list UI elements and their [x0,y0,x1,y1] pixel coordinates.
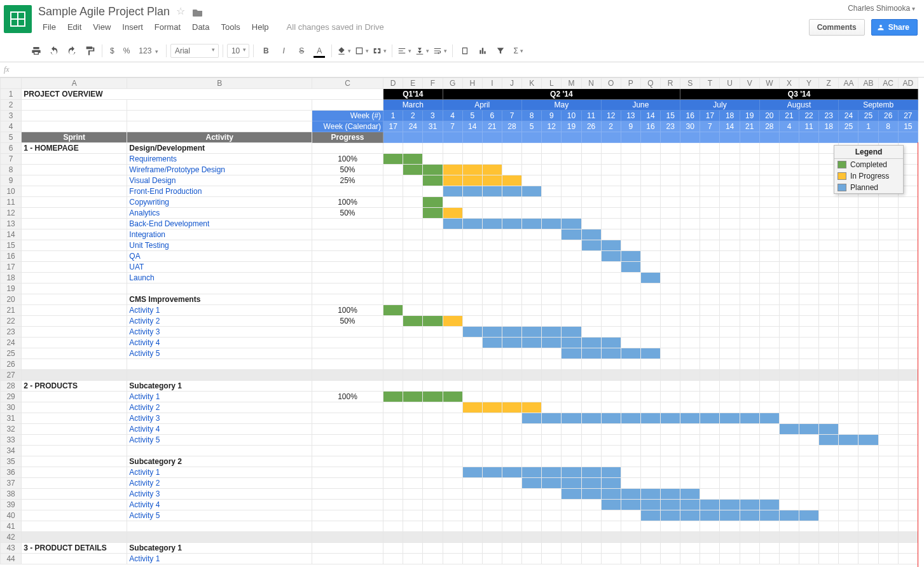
format-currency[interactable]: $ [106,46,118,55]
col-header[interactable]: F [423,78,443,89]
menu-help[interactable]: Help [247,21,273,33]
doc-title[interactable]: Sample Agile Project Plan [38,5,170,18]
col-header[interactable]: V [740,78,759,89]
row-header[interactable]: 16 [1,251,22,262]
row-header[interactable]: 26 [1,359,22,370]
menu-file[interactable]: File [38,21,60,33]
col-header[interactable]: AC [878,78,898,89]
v-align-icon[interactable] [414,43,431,59]
row-header[interactable]: 1 [1,89,22,100]
col-header[interactable]: X [779,78,799,89]
row-header[interactable]: 9 [1,175,22,186]
paint-format-icon[interactable] [81,43,98,59]
activity-cell[interactable]: QA [127,251,312,262]
row-header[interactable]: 29 [1,392,22,402]
font-family-select[interactable]: Arial [170,44,219,58]
col-header[interactable]: G [443,78,462,89]
row-header[interactable]: 36 [1,467,22,478]
row-header[interactable]: 18 [1,273,22,284]
activity-cell[interactable]: Activity 2 [127,316,312,327]
row-header[interactable]: 43 [1,543,22,554]
row-header[interactable]: 33 [1,435,22,446]
row-header[interactable]: 13 [1,219,22,229]
share-button[interactable]: Share [871,19,918,36]
row-header[interactable]: 11 [1,197,22,208]
functions-icon[interactable]: Σ [510,43,527,59]
col-header[interactable]: W [759,78,779,89]
activity-cell[interactable]: Analytics [127,208,312,219]
redo-icon[interactable] [64,43,80,59]
borders-icon[interactable] [354,43,370,59]
user-menu[interactable]: Charles Shimooka [848,4,918,13]
menu-format[interactable]: Format [150,21,185,33]
activity-cell[interactable]: Wireframe/Prototype Design [127,165,312,175]
print-icon[interactable] [28,43,45,59]
col-header[interactable]: R [661,78,680,89]
sheets-logo-icon[interactable] [4,5,32,33]
activity-cell[interactable]: Activity 1 [127,554,312,564]
text-color-icon[interactable]: A [311,43,328,59]
h-align-icon[interactable] [396,43,413,59]
row-header[interactable]: 8 [1,165,22,175]
row-header[interactable]: 14 [1,229,22,240]
col-header[interactable]: T [700,78,720,89]
col-header[interactable]: Y [799,78,819,89]
row-header[interactable]: 4 [1,121,22,132]
row-header[interactable]: 42 [1,532,22,543]
formula-bar[interactable]: fx [0,62,924,78]
col-header[interactable]: A [22,78,127,89]
comments-button[interactable]: Comments [809,19,865,36]
activity-cell[interactable]: Activity 2 [127,478,312,489]
row-header[interactable]: 38 [1,489,22,500]
filter-icon[interactable] [492,43,509,59]
strikethrough-icon[interactable]: S [293,43,310,59]
menu-data[interactable]: Data [188,21,214,33]
row-header[interactable]: 32 [1,424,22,435]
menu-view[interactable]: View [88,21,115,33]
row-header[interactable]: 21 [1,305,22,316]
activity-cell[interactable]: Front-End Production [127,186,312,197]
format-more-numbers[interactable]: 123 [135,46,162,55]
row-header[interactable]: 17 [1,262,22,273]
italic-icon[interactable]: I [275,43,292,59]
row-header[interactable]: 5 [1,132,22,143]
star-icon[interactable]: ☆ [176,7,186,17]
menu-edit[interactable]: Edit [63,21,86,33]
activity-cell[interactable]: Activity 4 [127,424,312,435]
row-header[interactable]: 30 [1,402,22,413]
activity-cell[interactable]: Activity 2 [127,402,312,413]
fill-color-icon[interactable] [336,43,352,59]
activity-cell[interactable]: Activity 1 [127,467,312,478]
activity-cell[interactable]: Activity 3 [127,413,312,424]
col-header[interactable]: AB [858,78,878,89]
col-header[interactable]: U [720,78,740,89]
row-header[interactable]: 7 [1,154,22,165]
row-header[interactable]: 19 [1,284,22,294]
col-header[interactable]: B [127,78,312,89]
row-header[interactable]: 20 [1,294,22,305]
merge-icon[interactable] [371,43,388,59]
activity-cell[interactable]: UAT [127,262,312,273]
spreadsheet-grid[interactable]: ABCDEFGHIJKLMNOPQRSTUVWXYZAAABACAD1PROJE… [0,78,924,567]
activity-cell[interactable]: Activity 5 [127,348,312,359]
activity-cell[interactable]: Activity 4 [127,338,312,348]
activity-cell[interactable]: Unit Testing [127,240,312,251]
wrap-icon[interactable] [432,43,448,59]
activity-cell[interactable]: Copywriting [127,197,312,208]
col-header[interactable]: AA [839,78,858,89]
folder-icon[interactable] [193,7,203,17]
col-header[interactable]: N [581,78,601,89]
menu-tools[interactable]: Tools [216,21,244,33]
col-header[interactable]: E [403,78,423,89]
menu-insert[interactable]: Insert [118,21,148,33]
chart-icon[interactable] [474,43,491,59]
row-header[interactable]: 10 [1,186,22,197]
row-header[interactable]: 15 [1,240,22,251]
row-header[interactable]: 27 [1,370,22,381]
activity-cell[interactable]: Back-End Development [127,219,312,229]
col-header[interactable]: P [621,78,640,89]
row-header[interactable]: 35 [1,456,22,467]
row-header[interactable]: 22 [1,316,22,327]
row-header[interactable]: 40 [1,510,22,521]
col-header[interactable]: J [502,78,521,89]
